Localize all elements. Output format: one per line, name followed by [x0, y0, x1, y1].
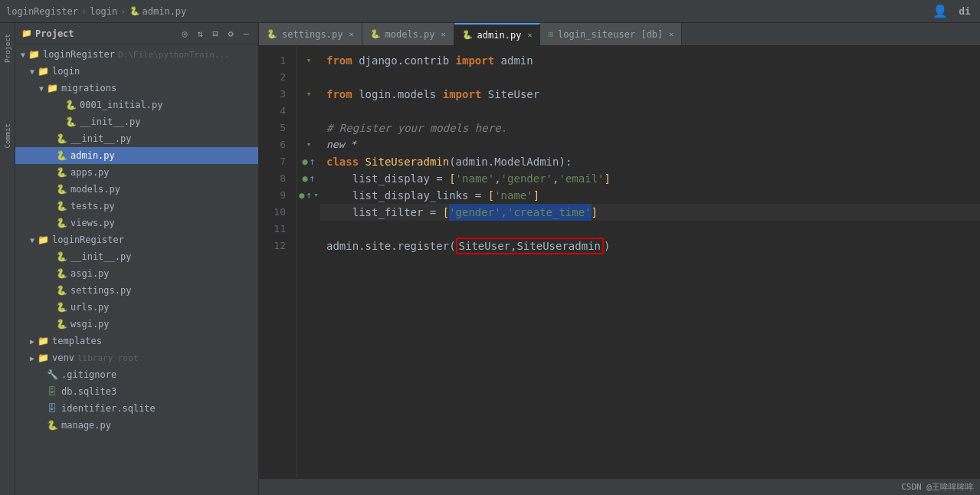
expand-icon[interactable]: di [955, 2, 974, 21]
linenum-4: 4 [259, 103, 290, 120]
tree-item-wsgi[interactable]: 🐍 wsgi.py [15, 316, 258, 333]
tab-close-models[interactable]: ✕ [441, 30, 446, 38]
line-numbers: 1 2 3 4 5 6 7 8 9 10 11 12 [259, 46, 297, 478]
commit-panel-icon[interactable]: Commit [1, 116, 15, 155]
breadcrumb-sep2: › [120, 6, 126, 17]
title-right: 👤 di [931, 2, 974, 21]
tree-item-asgi[interactable]: 🐍 asgi.py [15, 265, 258, 282]
folder-icon-lr: 📁 [37, 234, 49, 246]
gutter-7: ● ↑ [297, 153, 320, 170]
tab-close-db[interactable]: ✕ [669, 30, 674, 38]
tree-item-migrations[interactable]: ▼ 📁 migrations [15, 80, 258, 97]
code-content[interactable]: from django.contrib import admin from lo… [320, 46, 980, 478]
py-icon-tests: 🐍 [55, 200, 67, 212]
tree-item-venv[interactable]: ▶ 📁 venv library root [15, 349, 258, 366]
vcs-dot-7: ● [302, 153, 307, 170]
gutter-10 [297, 204, 320, 221]
breadcrumb-file: 🐍 admin.py [129, 6, 187, 17]
token-import-1: import [456, 52, 495, 69]
gutter-3[interactable]: ▾ [297, 86, 320, 103]
vcs-arrow-9: ↑ [306, 187, 312, 204]
py-icon-apps: 🐍 [55, 166, 67, 179]
code-line-5-new: new * [320, 136, 980, 153]
code-line-9: list_filter = ['gender','create_time'] [320, 204, 980, 221]
gutter-1[interactable]: ▾ [297, 52, 320, 69]
tab-icon-settings: 🐍 [267, 29, 277, 39]
py-icon-manage: 🐍 [46, 419, 58, 431]
code-editor[interactable]: 1 2 3 4 5 6 7 8 9 10 11 12 ▾ [259, 46, 980, 478]
py-icon-models: 🐍 [55, 183, 67, 195]
tree-item-urls[interactable]: 🐍 urls.py [15, 299, 258, 316]
tree-item-admin[interactable]: 🐍 admin.py [15, 147, 258, 164]
tab-label-admin: admin.py [477, 30, 522, 41]
tree-item-loginRegister-sub[interactable]: ▼ 📁 loginRegister [15, 231, 258, 248]
scroll-icon[interactable]: ⇅ [194, 28, 206, 40]
tree-item-loginRegister-root[interactable]: ▼ 📁 loginRegister D:\File\pythonTrain... [15, 46, 258, 63]
tree-item-manage[interactable]: 🐍 manage.py [15, 417, 258, 434]
gutter-2 [297, 69, 320, 86]
tree-label-init-l: __init__.py [70, 133, 131, 144]
tab-close-settings[interactable]: ✕ [349, 30, 353, 38]
breadcrumb-root: loginRegister [6, 6, 78, 17]
sidebar-tree: ▼ 📁 loginRegister D:\File\pythonTrain...… [15, 44, 258, 495]
editor-area: 🐍 settings.py ✕ 🐍 models.py ✕ 🐍 admin.py… [259, 23, 980, 495]
code-line-5: # Register your models here. [320, 120, 980, 136]
py-icon-views: 🐍 [55, 217, 67, 229]
tab-db[interactable]: ⊞ login_siteuser [db] ✕ [540, 23, 682, 46]
watermark: CSDN @王哞哞哞哞 [901, 481, 974, 493]
minimize-icon[interactable]: — [240, 28, 252, 40]
code-line-10 [320, 221, 980, 238]
tab-admin[interactable]: 🐍 admin.py ✕ [454, 23, 541, 46]
tree-item-init-login[interactable]: 🐍 __init__.py [15, 130, 258, 147]
fold-icon-1[interactable]: ▾ [306, 52, 312, 69]
token-space-6 [359, 153, 365, 170]
vcs-dot-9: ● [299, 187, 304, 204]
tree-item-templates[interactable]: ▶ 📁 templates [15, 333, 258, 349]
fold-icon-3[interactable]: ▾ [306, 86, 312, 103]
tree-label-apps: apps.py [70, 167, 110, 178]
title-bar: loginRegister › login › 🐍 admin.py 👤 di [0, 0, 980, 23]
py-icon-0001: 🐍 [64, 99, 77, 111]
ide-side-panel: Project Commit [0, 23, 15, 495]
token-classname-6: SiteUseradmin [365, 153, 450, 170]
collapse-icon[interactable]: ⊟ [209, 28, 221, 40]
tree-item-identifier[interactable]: 🗄 identifier.sqlite [15, 400, 258, 417]
tree-item-login[interactable]: ▼ 📁 login [15, 63, 258, 80]
locate-icon[interactable]: ◎ [179, 28, 191, 40]
tab-settings[interactable]: 🐍 settings.py ✕ [259, 23, 362, 46]
tree-item-models[interactable]: 🐍 models.py [15, 181, 258, 198]
tab-close-admin[interactable]: ✕ [527, 31, 532, 39]
tree-item-apps[interactable]: 🐍 apps.py [15, 164, 258, 181]
gutter-9[interactable]: ● ↑ ▾ [297, 187, 320, 204]
project-panel-icon[interactable]: Project [1, 29, 15, 67]
linenum-9: 9 [259, 187, 290, 204]
sidebar-title: Project [35, 28, 74, 39]
tab-models[interactable]: 🐍 models.py ✕ [362, 23, 454, 46]
linenum-5: 5 [259, 120, 290, 136]
breadcrumb: loginRegister › login › 🐍 admin.py [6, 6, 186, 17]
gutter-6[interactable]: ▾ [297, 136, 320, 153]
arrow-migrations: ▼ [37, 84, 46, 93]
settings-icon[interactable]: ⚙ [225, 28, 237, 40]
file-icon-small: 🐍 [129, 6, 140, 16]
token-bracket-9b: ] [592, 204, 598, 221]
tree-item-0001[interactable]: 🐍 0001_initial.py [15, 97, 258, 113]
tree-item-tests[interactable]: 🐍 tests.py [15, 198, 258, 215]
py-icon-urls: 🐍 [55, 301, 67, 313]
tree-item-init-lr[interactable]: 🐍 __init__.py [15, 248, 258, 265]
user-icon[interactable]: 👤 [931, 2, 949, 21]
fold-icon-6[interactable]: ▾ [306, 136, 312, 153]
tree-item-db-sqlite3[interactable]: 🗄 db.sqlite3 [15, 383, 258, 400]
tree-item-init-migrations[interactable]: 🐍 __init__.py [15, 113, 258, 130]
code-line-4 [320, 103, 980, 120]
tree-item-views[interactable]: 🐍 views.py [15, 215, 258, 231]
tree-label-login: login [52, 66, 80, 77]
token-mod-3: login.models [352, 86, 443, 103]
gutter-11 [297, 221, 320, 238]
tree-label-wsgi: wsgi.py [70, 319, 110, 329]
sqlite-icon-identifier: 🗄 [46, 402, 58, 415]
code-line-2 [320, 69, 980, 86]
fold-icon-9[interactable]: ▾ [313, 187, 319, 204]
tree-item-settings[interactable]: 🐍 settings.py [15, 282, 258, 299]
tree-item-gitignore[interactable]: 🔧 .gitignore [15, 366, 258, 383]
